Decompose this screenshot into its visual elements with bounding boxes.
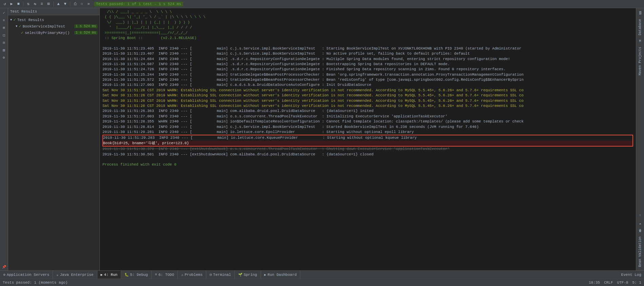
log2: 2019-11-30 11:51:23.407 INFO 2340 --- [ … — [102, 51, 633, 56]
top-icon[interactable]: ↑ — [637, 213, 643, 219]
test-results-title: Test Results — [10, 9, 37, 14]
highlight-box: 2019-11-30 11:51:29.283 INFO 2340 --- [ … — [102, 135, 633, 147]
tests-passed-badge: Tests passed: 1 of 1 test – 1 s 524 ms — [94, 2, 183, 6]
database-label[interactable]: Database — [638, 17, 643, 37]
ascii5: =========|_|============|___/=/_/_/_/ — [102, 31, 633, 36]
icon4[interactable]: ◫ — [1, 32, 7, 39]
test-tree: ▼ ✓ Test Results ▼ ✓ BookServiceImplTest… — [8, 15, 99, 270]
down-icon[interactable]: ▼ — [62, 1, 68, 7]
tab-todo[interactable]: ≡ 6: TODO — [152, 271, 178, 279]
list-icon[interactable]: ≡ — [39, 1, 44, 7]
test-item-method[interactable]: ✓ selectByPrimaryKey() 1 s 524 ms — [8, 30, 99, 36]
ascii4: ' |____/| .__/|_| |_\__, |_| / / / / — [102, 25, 633, 30]
tab-app-servers[interactable]: ⚙ Application Servers — [0, 271, 53, 279]
up-icon[interactable]: ▲ — [56, 1, 61, 7]
test-method-label: selectByPrimaryKey() — [25, 31, 70, 35]
tab-app-servers-label: Application Servers — [7, 273, 49, 277]
trash-icon[interactable]: 🗑 — [637, 228, 643, 234]
tab-terminal-label: Terminal — [213, 273, 231, 277]
log5: 2019-11-30 11:51:24.726 INFO 2340 --- [ … — [102, 67, 633, 72]
java-icon: ☕ — [56, 273, 58, 277]
icon7[interactable]: ⚙ — [1, 54, 7, 61]
tab-run-label: 4: Run — [104, 273, 118, 277]
log16: 2019-11-30 11:51:30.501 INFO 2340 --- [e… — [102, 152, 633, 157]
ascii1: /\\ / ___| _ _ _ _ \ \ \ \ \ — [102, 9, 633, 15]
dashboard-icon: ▶ — [264, 273, 266, 277]
ascii3: \/ ___) | |_) | | | (_| | | ) ) ) ) — [102, 20, 633, 25]
database-icon[interactable]: 🗄 — [637, 10, 643, 16]
test-class-label: BookServiceImplTest — [23, 24, 65, 28]
tab-run[interactable]: ▶ 4: Run — [97, 271, 121, 279]
tab-run-dashboard-label: Run Dashboard — [268, 273, 297, 277]
console-area[interactable]: /\\ / ___| _ _ _ _ \ \ \ \ \ ( ( )\___ \… — [100, 8, 636, 270]
icon5[interactable]: ⊟ — [1, 39, 7, 46]
status-line: 5: 1 — [632, 281, 641, 285]
right-sidebar: 🗄 Database M Maven Projects ↑ ☁ 🗑 Bean V… — [636, 8, 644, 270]
blank1 — [102, 41, 633, 46]
status-time: 18:35 — [589, 281, 600, 285]
event-log[interactable]: Event Log — [621, 273, 641, 277]
icon6[interactable]: ▤ — [1, 47, 7, 54]
tab-debug[interactable]: 🐛 5: Debug — [121, 271, 152, 279]
log11: 2019-11-30 11:51:28.355 WARN 2340 --- [ … — [102, 119, 633, 124]
test-class-time: 1 s 524 ms — [74, 24, 97, 28]
test-root-label: Test Results — [17, 18, 44, 22]
left-icon-bar: ✓ ≡ ⊞ ◫ ⊟ ▤ ⚙ 📌 — [0, 8, 8, 270]
log8: 2019-11-30 11:51:27.003 INFO 2340 --- [ … — [102, 82, 633, 88]
log13: 2019-11-30 11:51:29.281 INFO 2340 --- [ … — [102, 130, 633, 135]
status-crlf[interactable]: CRLF — [604, 281, 613, 285]
log15: 2019-11-30 11:51:30.370 INFO 2340 --- [e… — [102, 147, 633, 152]
status-charset[interactable]: UTF-8 — [617, 281, 628, 285]
icon2[interactable]: ≡ — [1, 17, 7, 24]
more-icon[interactable]: » — [86, 1, 91, 7]
log3: 2019-11-30 11:51:24.684 INFO 2340 --- [ … — [102, 57, 633, 62]
tab-spring[interactable]: 🌱 Spring — [235, 271, 261, 279]
sort-icon[interactable]: ⇅ — [25, 1, 31, 7]
filter-icon[interactable]: ⊞ — [46, 1, 51, 7]
tab-java-label: Java Enterprise — [60, 273, 93, 277]
cloud-icon[interactable]: ☁ — [637, 220, 643, 226]
maven-label[interactable]: Maven Projects — [638, 45, 643, 77]
warn2: Sat Nov 30 11:51:26 CST 2019 WARN: Estab… — [102, 93, 633, 98]
icon1[interactable]: ✓ — [1, 9, 7, 16]
status-message: Tests passed: 1 (moments ago) — [3, 281, 68, 285]
tab-problems-label: Problems — [185, 273, 203, 277]
sort2-icon[interactable]: ⇆ — [32, 1, 38, 7]
bean-label[interactable]: Bean Validation — [638, 234, 643, 269]
tab-problems[interactable]: ⚠ Problems — [178, 271, 206, 279]
terminal-icon: ⊟ — [210, 273, 212, 277]
exit-code: Process finished with exit code 0 — [102, 162, 633, 167]
export-icon[interactable]: ⎙ — [72, 1, 78, 7]
tab-java-enterprise[interactable]: ☕ Java Enterprise — [53, 271, 97, 279]
warning-icon: ⚠ — [181, 273, 183, 277]
log14-highlighted: 2019-11-30 11:51:29.283 INFO 2340 --- [ … — [103, 135, 632, 140]
right-side: /\\ / ___| _ _ _ _ \ \ \ \ \ ( ( )\___ \… — [100, 8, 644, 270]
log1: 2019-11-30 11:51:23.405 INFO 2340 --- [ … — [102, 46, 633, 51]
maven-icon[interactable]: M — [637, 38, 643, 44]
test-panel: Test Results ▼ ✓ Test Results ▼ ✓ BookSe… — [8, 8, 100, 270]
icon3[interactable]: ⊞ — [1, 24, 7, 31]
bottom-status: Event Log — [621, 273, 644, 277]
test-item-root[interactable]: ▼ ✓ Test Results — [8, 17, 99, 23]
check-root: ✓ — [13, 17, 16, 22]
expand-root: ▼ — [10, 18, 12, 22]
run-icon[interactable]: ▶ — [9, 1, 14, 7]
run-tab-icon: ▶ — [101, 273, 103, 277]
log6: 2019-11-30 11:51:25.244 INFO 2340 --- [ … — [102, 72, 633, 77]
test-method-time: 1 s 524 ms — [74, 31, 97, 35]
server-icon: ⚙ — [3, 273, 5, 277]
clock-icon[interactable]: ○ — [79, 1, 84, 7]
rerun-icon[interactable]: ↺ — [2, 1, 7, 7]
tab-spring-label: Spring — [244, 273, 257, 277]
test-item-class[interactable]: ▼ ✓ BookServiceImplTest 1 s 524 ms — [8, 23, 99, 30]
status-right: 18:35 CRLF UTF-8 5: 1 — [589, 281, 641, 285]
test-panel-header: Test Results — [8, 8, 99, 15]
log9: 2019-11-30 11:51:26.363 INFO 2340 --- [ … — [102, 109, 633, 114]
tab-run-dashboard[interactable]: ▶ Run Dashboard — [261, 271, 301, 279]
sep2 — [53, 2, 54, 6]
debug-icon: 🐛 — [125, 273, 129, 277]
tab-terminal[interactable]: ⊟ Terminal — [206, 271, 235, 279]
stop-icon[interactable]: ■ — [16, 1, 21, 7]
pin-icon[interactable]: 📌 — [1, 264, 7, 270]
status-bar: Tests passed: 1 (moments ago) 18:35 CRLF… — [0, 279, 644, 286]
